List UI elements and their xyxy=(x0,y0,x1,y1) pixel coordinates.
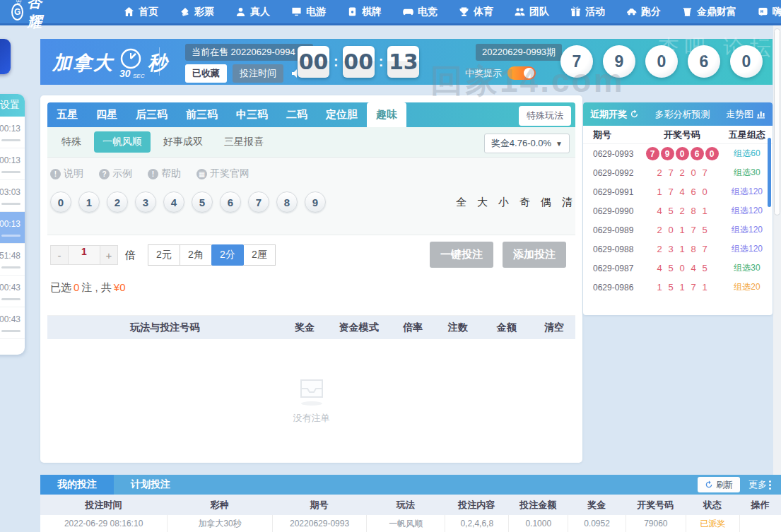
my-bets-tab-0[interactable]: 我的投注 xyxy=(40,475,114,495)
site-logo[interactable]: G 杏耀 xyxy=(11,0,47,32)
pick-number-0[interactable]: 0 xyxy=(50,191,71,213)
quick-action-0[interactable]: 全 xyxy=(456,196,466,209)
nav-item-label: 嗨 xyxy=(773,6,781,18)
play-tab-1[interactable]: 四星 xyxy=(87,102,127,127)
info-link-3[interactable]: ▦开奖官网 xyxy=(196,167,249,180)
quick-action-5[interactable]: 清 xyxy=(562,196,572,209)
quick-select-actions: 全大小奇偶清 xyxy=(445,196,572,209)
sub-tab-1[interactable]: 一帆风顺 xyxy=(94,131,151,153)
bet-time-button[interactable]: 投注时间 xyxy=(233,64,283,83)
sub-tab-0[interactable]: 特殊 xyxy=(53,131,90,153)
more-button[interactable]: 更多 xyxy=(748,478,771,491)
my-bets-tab-1[interactable]: 计划投注 xyxy=(114,475,187,495)
money-mode-2[interactable]: 2分 xyxy=(211,244,244,266)
pattern-link[interactable]: 组选120 xyxy=(722,205,773,217)
lottery-timer-item-3[interactable]: 00:13 xyxy=(0,212,25,244)
money-mode-1[interactable]: 2角 xyxy=(180,244,212,266)
lottery-timer-item-1[interactable]: 00:13 xyxy=(0,148,25,180)
pick-number-5[interactable]: 5 xyxy=(192,191,213,213)
draw-number: 0 xyxy=(676,263,688,273)
bet-controls: - 1 + 倍 2元2角2分2厘 一键投注 添加投注 已选0注 , 共¥0 xyxy=(47,235,575,315)
nav-item-4[interactable]: 棋牌 xyxy=(347,6,382,18)
pick-number-2[interactable]: 2 xyxy=(107,191,128,213)
lottery-timer-item-6[interactable]: 00:43 xyxy=(0,307,25,339)
slip-col-6[interactable]: 清空 xyxy=(533,321,575,334)
timer-hours: 00 xyxy=(298,46,329,78)
tab-recent-draws[interactable]: 近期开奖 xyxy=(590,108,639,121)
pick-number-7[interactable]: 7 xyxy=(248,191,269,213)
nav-item-7[interactable]: 团队 xyxy=(515,6,549,18)
play-tab-2[interactable]: 后三码 xyxy=(127,102,177,127)
pick-number-8[interactable]: 8 xyxy=(276,191,298,213)
info-link-2[interactable]: !帮助 xyxy=(148,167,181,180)
pattern-link[interactable]: 组选30 xyxy=(722,167,773,179)
quick-bet-button[interactable]: 一键投注 xyxy=(430,242,493,268)
lottery-timer-item-partial[interactable] xyxy=(0,339,25,355)
quick-action-3[interactable]: 奇 xyxy=(519,196,530,209)
tab-analysis-forecast[interactable]: 多彩分析预测 xyxy=(655,108,710,121)
money-mode-3[interactable]: 2厘 xyxy=(243,244,276,266)
bet-record-row: 2022-06-29 08:16:10加拿大30秒20220629-0993一帆… xyxy=(40,515,781,532)
pick-number-4[interactable]: 4 xyxy=(163,191,184,213)
win-tip-toggle[interactable] xyxy=(507,66,536,80)
pick-number-6[interactable]: 6 xyxy=(220,191,241,213)
multiplier-plus-button[interactable]: + xyxy=(100,245,118,265)
quick-action-1[interactable]: 大 xyxy=(477,196,488,209)
pattern-link[interactable]: 组选120 xyxy=(722,186,773,198)
recent-draws-scrollbar-thumb[interactable] xyxy=(768,138,771,207)
nav-item-3[interactable]: 电游 xyxy=(291,6,326,18)
multiplier-value[interactable]: 1 xyxy=(69,245,100,265)
play-tab-7[interactable]: 趣味 xyxy=(367,102,406,127)
nav-item-1[interactable]: 彩票 xyxy=(180,6,214,18)
add-bet-button[interactable]: 添加投注 xyxy=(503,242,566,268)
nav-item-10[interactable]: 金鼎财富 xyxy=(682,6,736,18)
nav-item-11[interactable]: 嗨 xyxy=(758,6,781,18)
nav-item-2[interactable]: 真人 xyxy=(235,6,270,18)
special-play-button[interactable]: 特殊玩法 xyxy=(519,106,571,126)
nav-item-8[interactable]: 活动 xyxy=(570,6,605,18)
pattern-link[interactable]: 组选30 xyxy=(722,262,773,274)
play-tab-5[interactable]: 二码 xyxy=(277,102,317,127)
nav-item-0[interactable]: 首页 xyxy=(124,6,158,18)
play-tab-4[interactable]: 中三码 xyxy=(227,102,277,127)
play-tab-6[interactable]: 定位胆 xyxy=(317,102,367,127)
pick-number-9[interactable]: 9 xyxy=(305,191,326,213)
floating-widget[interactable] xyxy=(0,39,11,74)
nav-item-6[interactable]: 体育 xyxy=(459,6,493,18)
timer-progressbar xyxy=(1,330,20,332)
pattern-link[interactable]: 组选20 xyxy=(722,281,773,293)
lottery-timer-item-0[interactable]: 00:13 xyxy=(0,117,25,148)
pattern-link[interactable]: 组选120 xyxy=(722,243,773,255)
page-scrollbar-thumb[interactable] xyxy=(774,28,780,215)
play-tab-0[interactable]: 五星 xyxy=(47,102,87,127)
page-scrollbar[interactable] xyxy=(773,25,781,532)
pick-number-3[interactable]: 3 xyxy=(135,191,156,213)
nav-item-5[interactable]: 电竞 xyxy=(403,6,438,18)
favorited-button[interactable]: 已收藏 xyxy=(185,64,227,83)
quick-action-4[interactable]: 偶 xyxy=(541,196,551,209)
draw-number: 3 xyxy=(665,244,676,254)
nav-item-9[interactable]: 跑分 xyxy=(626,6,661,18)
pattern-link[interactable]: 组选60 xyxy=(722,148,773,160)
info-link-1[interactable]: ?示例 xyxy=(99,167,132,180)
draw-number: 5 xyxy=(699,225,710,235)
info-link-0[interactable]: !说明 xyxy=(50,167,83,180)
quick-action-2[interactable]: 小 xyxy=(498,196,509,209)
multiplier-minus-button[interactable]: - xyxy=(50,245,69,265)
lottery-timer-item-4[interactable]: 51:48 xyxy=(0,244,25,276)
tab-trend-chart[interactable]: 走势图 xyxy=(726,108,765,121)
pick-number-1[interactable]: 1 xyxy=(78,191,100,213)
money-mode-0[interactable]: 2元 xyxy=(148,244,180,266)
sub-tab-2[interactable]: 好事成双 xyxy=(155,131,211,153)
sub-tab-3[interactable]: 三星报喜 xyxy=(216,131,272,153)
draw-number: 0 xyxy=(699,187,710,197)
lottery-timer-item-2[interactable]: 03:03 xyxy=(0,180,25,212)
sidebar-settings-header[interactable]: 设置 xyxy=(0,94,25,117)
refresh-button[interactable]: 刷新 xyxy=(698,477,740,492)
bonus-dropdown[interactable]: 奖金4.76-0.0%▼ xyxy=(484,134,570,153)
lottery-timer-item-5[interactable]: 00:43 xyxy=(0,276,25,307)
play-tab-3[interactable]: 前三码 xyxy=(177,102,227,127)
bet-play: 一帆风顺 xyxy=(366,515,445,532)
pattern-link[interactable]: 组选120 xyxy=(722,224,773,236)
timer-value: 00:13 xyxy=(0,219,20,229)
